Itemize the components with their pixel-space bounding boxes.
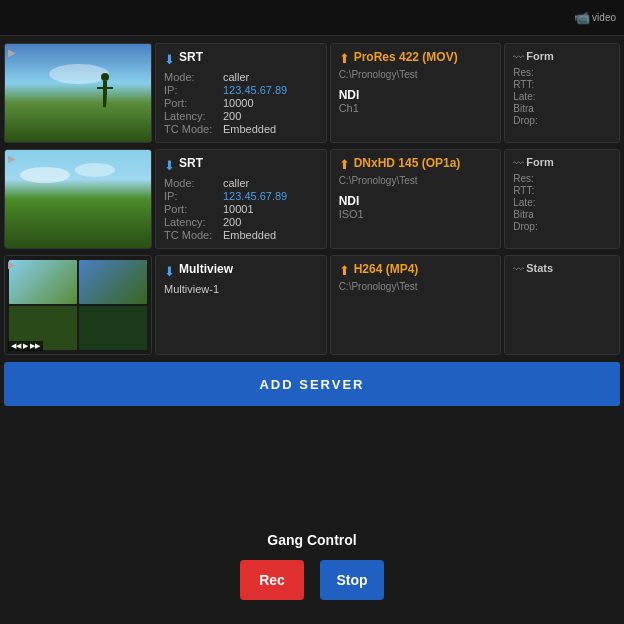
input-info-3: ⬇ Multiview Multiview-1 — [155, 255, 327, 355]
top-bar: 📹 video — [0, 0, 624, 36]
video-label: video — [592, 12, 616, 23]
svg-point-1 — [49, 64, 109, 84]
mv-cell-4 — [79, 306, 147, 350]
svg-point-8 — [20, 167, 70, 183]
svg-point-2 — [101, 73, 109, 81]
tc-row-1: TC Mode: Embedded — [164, 123, 318, 135]
stats-icon-3: 〰 — [513, 263, 524, 275]
stop-button[interactable]: Stop — [320, 560, 384, 600]
stats-3: 〰 Stats — [504, 255, 620, 355]
thumbnail-icon-2: ▶ — [8, 153, 16, 164]
ip-row-2: IP: 123.45.67.89 — [164, 190, 318, 202]
latency-row-1: Latency: 200 — [164, 110, 318, 122]
server-row-1: ▶ ⬇ SRT Mode: caller IP: 123.45.67.89 Po… — [4, 43, 620, 143]
stats-header-1: 〰 Form — [513, 50, 611, 64]
input-header-1: ⬇ SRT — [164, 50, 318, 68]
gang-buttons: Rec Stop — [240, 560, 384, 600]
mode-row-2: Mode: caller — [164, 177, 318, 189]
output-header-3: ⬆ H264 (MP4) — [339, 262, 493, 278]
stats-header-2: 〰 Form — [513, 156, 611, 170]
stats-res-2: Res: — [513, 173, 611, 184]
upload-icon-1: ⬆ — [339, 51, 350, 66]
thumbnail-3: ◀◀ ▶ ▶▶ ▶ — [4, 255, 152, 355]
upload-icon-2: ⬆ — [339, 157, 350, 172]
thumbnail-overlay-3: ◀◀ ▶ ▶▶ — [8, 341, 43, 351]
stats-2: 〰 Form Res: RTT: Late: Bitra Drop: — [504, 149, 620, 249]
output-1: ⬆ ProRes 422 (MOV) C:\Pronology\Test NDI… — [330, 43, 502, 143]
svg-point-9 — [75, 163, 115, 177]
tc-row-2: TC Mode: Embedded — [164, 229, 318, 241]
mode-row-1: Mode: caller — [164, 71, 318, 83]
stats-1: 〰 Form Res: RTT: Late: Bitra Drop: — [504, 43, 620, 143]
input-info-2: ⬇ SRT Mode: caller IP: 123.45.67.89 Port… — [155, 149, 327, 249]
output-2: ⬆ DNxHD 145 (OP1a) C:\Pronology\Test NDI… — [330, 149, 502, 249]
latency-row-2: Latency: 200 — [164, 216, 318, 228]
server-row-3: ◀◀ ▶ ▶▶ ▶ ⬇ Multiview Multiview-1 ⬆ H264… — [4, 255, 620, 355]
stats-icon-1: 〰 — [513, 51, 524, 63]
download-icon-2: ⬇ — [164, 158, 175, 173]
main-area: ▶ ⬇ SRT Mode: caller IP: 123.45.67.89 Po… — [0, 36, 624, 496]
port-row-1: Port: 10000 — [164, 97, 318, 109]
output-header-1: ⬆ ProRes 422 (MOV) — [339, 50, 493, 66]
stats-late-2: Late: — [513, 197, 611, 208]
output-header-2: ⬆ DNxHD 145 (OP1a) — [339, 156, 493, 172]
download-icon-1: ⬇ — [164, 52, 175, 67]
thumbnail-2: ▶ — [4, 149, 152, 249]
stats-drop-1: Drop: — [513, 115, 611, 126]
svg-rect-4 — [97, 87, 113, 89]
svg-rect-0 — [5, 44, 152, 142]
input-header-3: ⬇ Multiview — [164, 262, 318, 280]
svg-rect-7 — [5, 150, 152, 248]
stats-header-3: 〰 Stats — [513, 262, 611, 276]
server-row-2: ▶ ⬇ SRT Mode: caller IP: 123.45.67.89 Po… — [4, 149, 620, 249]
mv-cell-1 — [9, 260, 77, 304]
multiview-row-3: Multiview-1 — [164, 283, 318, 295]
download-icon-3: ⬇ — [164, 264, 175, 279]
gang-control-title: Gang Control — [267, 532, 356, 548]
stats-late-1: Late: — [513, 91, 611, 102]
thumbnail-icon-1: ▶ — [8, 47, 16, 58]
rec-button[interactable]: Rec — [240, 560, 304, 600]
mv-cell-2 — [79, 260, 147, 304]
stats-res-1: Res: — [513, 67, 611, 78]
stats-bitrate-1: Bitra — [513, 103, 611, 114]
stats-drop-2: Drop: — [513, 221, 611, 232]
multiview-thumbnail — [5, 256, 151, 354]
stats-icon-2: 〰 — [513, 157, 524, 169]
upload-icon-3: ⬆ — [339, 263, 350, 278]
thumbnail-sky-image — [5, 44, 151, 142]
add-server-button[interactable]: ADD SERVER — [4, 362, 620, 406]
input-header-2: ⬇ SRT — [164, 156, 318, 174]
thumbnail-1: ▶ — [4, 43, 152, 143]
input-info-1: ⬇ SRT Mode: caller IP: 123.45.67.89 Port… — [155, 43, 327, 143]
output-3: ⬆ H264 (MP4) C:\Pronology\Test — [330, 255, 502, 355]
stats-bitrate-2: Bitra — [513, 209, 611, 220]
port-row-2: Port: 10001 — [164, 203, 318, 215]
gang-control-area: Gang Control Rec Stop — [0, 496, 624, 616]
stats-rtt-2: RTT: — [513, 185, 611, 196]
ip-row-1: IP: 123.45.67.89 — [164, 84, 318, 96]
thumbnail-icon-3: ▶ — [8, 259, 16, 270]
video-icon: 📹 — [574, 10, 590, 25]
stats-rtt-1: RTT: — [513, 79, 611, 90]
